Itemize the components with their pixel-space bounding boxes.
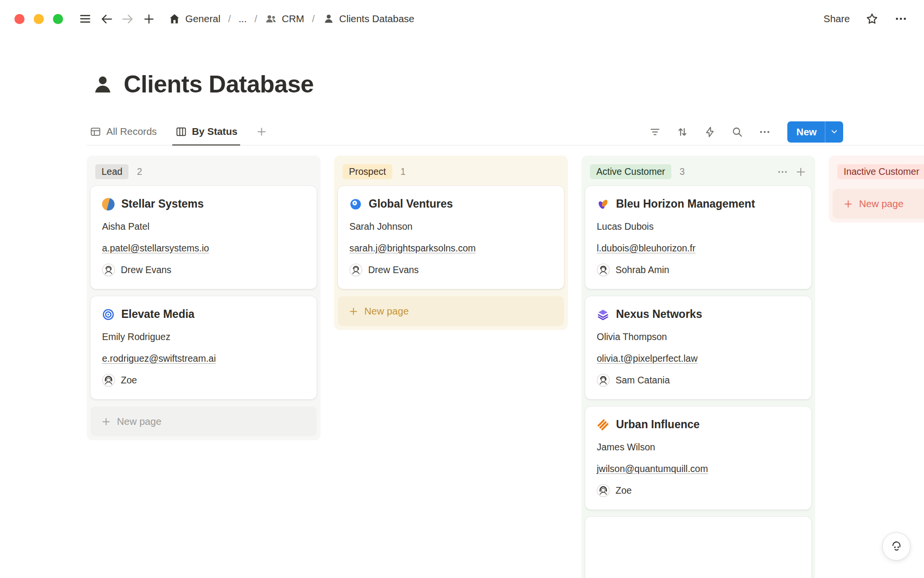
global-ventures-logo-icon <box>349 198 362 210</box>
page-title: Clients Database <box>124 70 314 98</box>
new-page-button[interactable]: New page <box>338 296 564 326</box>
breadcrumb-label: Clients Database <box>339 13 414 25</box>
hamburger-icon[interactable] <box>77 10 94 27</box>
card-contact-name: Sarah Johnson <box>349 221 552 232</box>
back-icon[interactable] <box>98 10 115 27</box>
card-email-link[interactable]: l.dubois@bleuhorizon.fr <box>597 243 800 254</box>
avatar <box>597 484 610 497</box>
breadcrumb: General / ... / CRM / Clients Database <box>165 11 417 27</box>
status-badge[interactable]: Prospect <box>343 164 392 179</box>
chevron-down-icon[interactable] <box>825 121 843 143</box>
new-page-button[interactable]: New page <box>90 407 317 436</box>
home-icon <box>168 13 181 26</box>
filter-icon[interactable] <box>647 124 663 140</box>
card-owner-name: Sohrab Amin <box>616 264 669 276</box>
sort-icon[interactable] <box>675 124 690 140</box>
card-email-link[interactable]: a.patel@stellarsystems.io <box>102 243 305 254</box>
window-controls <box>14 14 63 24</box>
zoom-window-button[interactable] <box>53 14 63 24</box>
minimize-window-button[interactable] <box>34 14 44 24</box>
status-badge[interactable]: Inactive Customer <box>837 164 924 179</box>
card-contact-name: Olivia Thompson <box>597 331 800 342</box>
new-record-label: New <box>787 126 825 138</box>
breadcrumb-collapsed[interactable]: ... <box>236 12 250 26</box>
avatar <box>597 263 610 276</box>
card-nexus-networks[interactable]: Nexus Networks Olivia Thompson olivia.t@… <box>585 296 811 399</box>
breadcrumb-label: ... <box>239 13 247 25</box>
avatar <box>102 263 115 276</box>
new-record-button[interactable]: New <box>787 121 843 143</box>
card-company-name: Bleu Horizon Management <box>616 197 755 210</box>
ai-face-icon <box>889 539 904 554</box>
status-badge[interactable]: Lead <box>95 164 128 179</box>
breadcrumb-label: General <box>185 13 220 25</box>
column-lead: Lead 2 Stellar Systems Aisha Patel a.pat… <box>87 156 321 440</box>
breadcrumb-page[interactable]: Clients Database <box>320 11 417 26</box>
column-count: 2 <box>137 166 142 177</box>
card-elevate-media[interactable]: Elevate Media Emily Rodriguez e.rodrigue… <box>90 296 317 399</box>
page-icon-person[interactable] <box>91 73 114 96</box>
new-page-label: New page <box>859 198 903 210</box>
stellar-systems-logo-icon <box>102 198 115 210</box>
card-urban-influence[interactable]: Urban Influence James Wilson jwilson@qua… <box>585 407 811 510</box>
page-header: Clients Database <box>91 70 924 98</box>
column-header: Active Customer 3 <box>585 159 811 186</box>
column-header: Prospect 1 <box>338 159 564 186</box>
breadcrumb-teamspace[interactable]: General <box>165 11 223 27</box>
card-company-name: Global Ventures <box>369 197 453 210</box>
tab-label: All Records <box>106 126 157 137</box>
breadcrumb-label: CRM <box>282 13 304 25</box>
new-page-button[interactable]: New page <box>833 189 924 219</box>
breadcrumb-separator: / <box>312 13 315 25</box>
elevate-media-logo-icon <box>102 308 115 321</box>
new-page-label: New page <box>117 416 161 427</box>
avatar <box>349 263 362 276</box>
column-header: Lead 2 <box>90 159 317 186</box>
card-partially-visible[interactable] <box>585 517 811 578</box>
status-badge[interactable]: Active Customer <box>590 164 671 179</box>
column-header: Inactive Customer <box>833 159 924 186</box>
card-owner-name: Sam Catania <box>616 375 670 386</box>
tab-by-status[interactable]: By Status <box>172 118 241 145</box>
column-more-icon[interactable] <box>777 166 788 178</box>
card-email-link[interactable]: sarah.j@brightsparksolns.com <box>349 243 552 254</box>
card-global-ventures[interactable]: Global Ventures Sarah Johnson sarah.j@br… <box>338 186 564 289</box>
automation-icon[interactable] <box>702 124 718 140</box>
card-company-name: Elevate Media <box>121 308 194 321</box>
tab-all-records[interactable]: All Records <box>87 118 160 145</box>
nexus-networks-logo-icon <box>597 308 609 321</box>
column-inactive-customer: Inactive Customer New page <box>829 156 924 223</box>
card-owner-name: Drew Evans <box>368 264 419 276</box>
tab-label: By Status <box>192 126 238 137</box>
new-tab-icon[interactable] <box>140 10 157 27</box>
column-count: 1 <box>400 166 406 177</box>
share-button[interactable]: Share <box>823 13 850 25</box>
card-stellar-systems[interactable]: Stellar Systems Aisha Patel a.patel@stel… <box>90 186 317 289</box>
card-contact-name: James Wilson <box>597 442 800 453</box>
search-icon[interactable] <box>730 124 745 140</box>
column-add-icon[interactable] <box>795 166 807 178</box>
window-titlebar: General / ... / CRM / Clients Database S… <box>0 0 924 38</box>
card-company-name: Urban Influence <box>616 418 700 431</box>
more-icon[interactable] <box>894 12 908 26</box>
breadcrumb-separator: / <box>228 13 231 25</box>
card-owner-name: Zoe <box>616 485 632 496</box>
card-contact-name: Aisha Patel <box>102 221 305 232</box>
card-bleu-horizon[interactable]: Bleu Horizon Management Lucas Dubois l.d… <box>585 186 811 289</box>
view-more-icon[interactable] <box>757 124 772 140</box>
breadcrumb-crm[interactable]: CRM <box>262 11 307 26</box>
card-company-name: Nexus Networks <box>616 308 702 321</box>
card-company-name: Stellar Systems <box>121 197 204 210</box>
column-prospect: Prospect 1 Global Ventures Sarah Johnson… <box>334 156 568 330</box>
people-icon <box>265 13 277 25</box>
add-view-icon[interactable] <box>253 118 270 145</box>
forward-icon[interactable] <box>119 10 136 27</box>
card-email-link[interactable]: e.rodriguez@swiftstream.ai <box>102 353 305 364</box>
close-window-button[interactable] <box>14 14 25 24</box>
card-email-link[interactable]: olivia.t@pixelperfect.law <box>597 353 800 364</box>
ai-assistant-button[interactable] <box>882 532 911 561</box>
star-icon[interactable] <box>865 12 879 26</box>
card-email-link[interactable]: jwilson@quantumquill.com <box>597 463 800 474</box>
table-view-icon <box>90 126 102 138</box>
plus-icon <box>101 417 111 427</box>
